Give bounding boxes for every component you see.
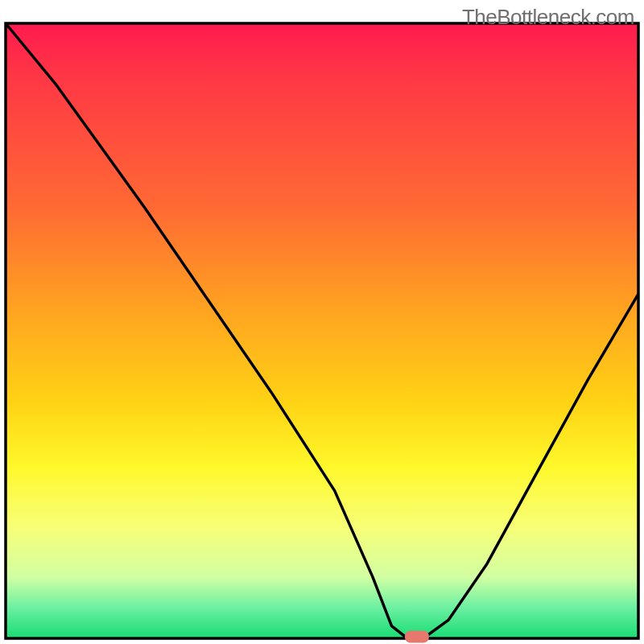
plot-border [6, 23, 638, 638]
watermark-text: TheBottleneck.com [462, 5, 634, 30]
optimal-point-marker [405, 631, 429, 643]
bottleneck-curve [6, 23, 638, 638]
chart-container: TheBottleneck.com [0, 0, 644, 644]
chart-svg [0, 0, 644, 644]
